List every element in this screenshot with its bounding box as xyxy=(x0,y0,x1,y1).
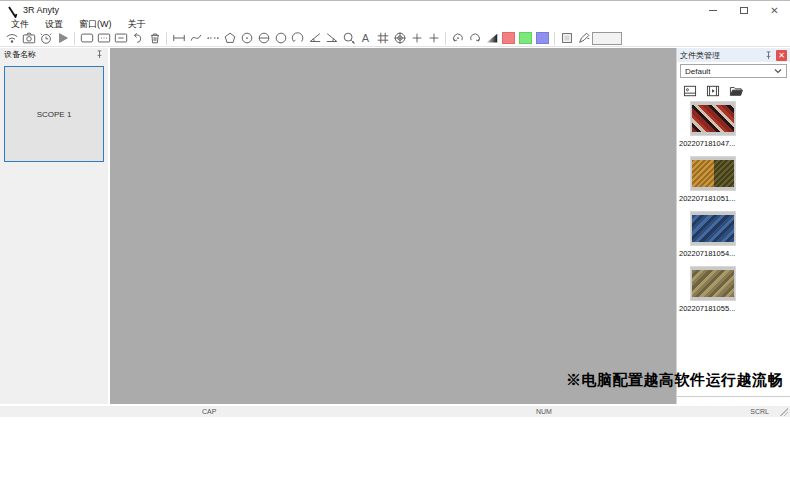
frame-icon[interactable] xyxy=(558,31,575,46)
menu-file[interactable]: 文件 xyxy=(3,18,37,31)
menu-about[interactable]: 关于 xyxy=(120,18,154,31)
red-channel-swatch[interactable] xyxy=(500,31,517,46)
measure-angle-icon[interactable] xyxy=(306,31,323,46)
contrast-icon[interactable] xyxy=(483,31,500,46)
toolbar-separator xyxy=(166,32,167,45)
file-panel-actions xyxy=(677,80,790,99)
panel-close-button[interactable]: ✕ xyxy=(776,50,787,61)
blue-channel-swatch[interactable] xyxy=(534,31,551,46)
title-bar: 3R Anyty ✕ xyxy=(0,1,790,19)
thumbnail-image xyxy=(692,105,734,132)
measure-circle-diameter-icon[interactable] xyxy=(255,31,272,46)
watermark-text: ※电脑配置越高软件运行越流畅 xyxy=(566,371,783,390)
app-window: 3R Anyty ✕ 文件 设置 窗口(W) 关于 xyxy=(0,0,790,415)
status-cap: CAP xyxy=(202,408,216,415)
grid-icon[interactable] xyxy=(374,31,391,46)
status-num: NUM xyxy=(536,408,552,415)
graticule-icon[interactable] xyxy=(391,31,408,46)
horizontal-scrollbar[interactable] xyxy=(677,396,790,404)
minimize-icon xyxy=(709,10,717,11)
toolbar-value-input[interactable] xyxy=(592,32,622,45)
measure-polygon-icon[interactable] xyxy=(221,31,238,46)
menu-settings[interactable]: 设置 xyxy=(37,18,71,31)
device-panel-header: 设备名称 xyxy=(0,48,108,61)
image-files-icon[interactable] xyxy=(683,83,697,95)
thumbnail-image xyxy=(692,160,734,187)
video-files-icon[interactable] xyxy=(706,83,720,95)
measure-angle-3point-icon[interactable] xyxy=(323,31,340,46)
measure-arc-icon[interactable] xyxy=(289,31,306,46)
file-list: 202207181047... 202207181051... 20220718… xyxy=(677,99,790,404)
rotate-ccw-icon[interactable] xyxy=(449,31,466,46)
close-button[interactable]: ✕ xyxy=(759,1,790,19)
wifi-icon[interactable] xyxy=(3,31,20,46)
preview-canvas xyxy=(110,48,676,404)
pin-icon[interactable] xyxy=(95,50,104,59)
annotate-circle-icon[interactable] xyxy=(340,31,357,46)
status-scrl: SCRL xyxy=(750,408,769,415)
file-item[interactable]: 202207181047... xyxy=(677,101,790,148)
measure-circle-center-icon[interactable] xyxy=(238,31,255,46)
minimize-button[interactable] xyxy=(697,1,728,19)
toolbar-separator xyxy=(554,32,555,45)
menu-bar: 文件 设置 窗口(W) 关于 xyxy=(0,19,790,30)
resize-grip[interactable] xyxy=(780,408,788,416)
measure-line-icon[interactable] xyxy=(170,31,187,46)
device-panel: 设备名称 SCOPE 1 xyxy=(0,48,110,404)
file-thumbnail[interactable] xyxy=(690,101,736,136)
pen-calibration-icon[interactable] xyxy=(575,31,592,46)
device-name-label: SCOPE 1 xyxy=(37,110,72,119)
app-logo-icon xyxy=(7,4,18,16)
undo-icon[interactable] xyxy=(129,31,146,46)
file-panel-title: 文件类管理 xyxy=(680,50,764,61)
file-thumbnail[interactable] xyxy=(690,266,736,301)
pin-icon[interactable] xyxy=(764,51,773,60)
file-name: 202207181051... xyxy=(679,194,790,203)
thumbnail-image xyxy=(692,270,734,297)
file-name: 202207181055... xyxy=(679,304,790,313)
device-item-scope1[interactable]: SCOPE 1 xyxy=(4,66,104,162)
file-item[interactable]: 202207181055... xyxy=(677,266,790,313)
preset-value: Default xyxy=(685,67,710,76)
toolbar: A xyxy=(0,30,790,47)
file-panel: 文件类管理 ✕ Default xyxy=(676,48,790,404)
camera-capture-icon[interactable] xyxy=(20,31,37,46)
chevron-down-icon xyxy=(774,67,782,76)
play-icon[interactable] xyxy=(54,31,71,46)
toolbar-separator xyxy=(74,32,75,45)
text-tool-icon[interactable]: A xyxy=(357,31,374,46)
menu-window[interactable]: 窗口(W) xyxy=(71,18,120,31)
window-title: 3R Anyty xyxy=(23,5,59,15)
file-item[interactable]: 202207181051... xyxy=(677,156,790,203)
trash-icon[interactable] xyxy=(146,31,163,46)
file-panel-header: 文件类管理 ✕ xyxy=(677,48,790,62)
maximize-icon xyxy=(740,7,748,14)
cross-icon[interactable] xyxy=(408,31,425,46)
measure-circle-icon[interactable] xyxy=(272,31,289,46)
file-item[interactable]: 202207181054... xyxy=(677,211,790,258)
status-bar: CAP NUM SCRL xyxy=(0,406,790,417)
file-name: 202207181054... xyxy=(679,249,790,258)
measure-curve-icon[interactable] xyxy=(187,31,204,46)
device-panel-title: 设备名称 xyxy=(4,49,95,60)
file-thumbnail[interactable] xyxy=(690,211,736,246)
toolbar-separator xyxy=(445,32,446,45)
open-folder-icon[interactable] xyxy=(729,83,743,95)
capture-window-icon[interactable] xyxy=(78,31,95,46)
thumbnail-image xyxy=(692,215,734,242)
file-thumbnail[interactable] xyxy=(690,156,736,191)
file-name: 202207181047... xyxy=(679,139,790,148)
rotate-cw-icon[interactable] xyxy=(466,31,483,46)
main-area: 设备名称 SCOPE 1 文件类管理 ✕ Default xyxy=(0,48,790,404)
preset-dropdown[interactable]: Default xyxy=(680,64,787,78)
minimized-window-icon[interactable] xyxy=(112,31,129,46)
green-channel-swatch[interactable] xyxy=(517,31,534,46)
cross-alt-icon[interactable] xyxy=(425,31,442,46)
maximize-button[interactable] xyxy=(728,1,759,19)
video-window-icon[interactable] xyxy=(95,31,112,46)
timer-icon[interactable] xyxy=(37,31,54,46)
measure-parallel-icon[interactable] xyxy=(204,31,221,46)
